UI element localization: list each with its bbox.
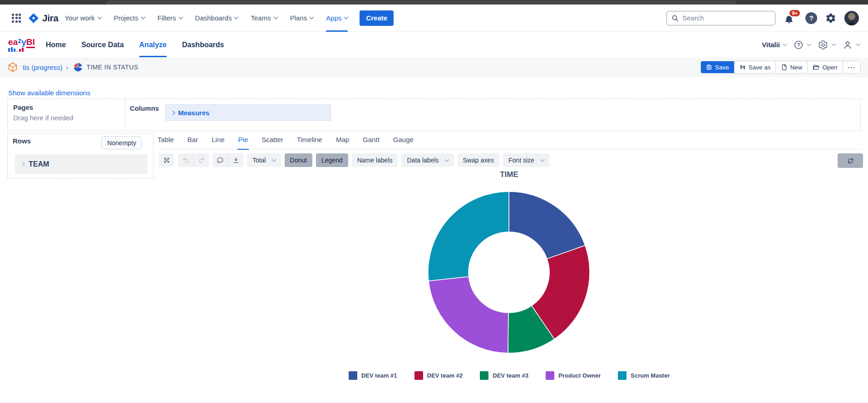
columns-drop-zone[interactable]: Columns Measures <box>125 99 860 131</box>
legend-item[interactable]: DEV team #1 <box>349 371 397 380</box>
pie-slice-4[interactable] <box>429 276 508 353</box>
refresh-button[interactable] <box>838 153 863 168</box>
ebi-nav-source-data[interactable]: Source Data <box>81 32 123 57</box>
chevron-down-icon <box>178 15 183 20</box>
chevron-down-icon <box>310 15 314 20</box>
tab-gantt[interactable]: Gantt <box>363 134 380 149</box>
notification-badge: 9+ <box>789 9 801 17</box>
notifications-button[interactable]: 9+ <box>784 11 797 25</box>
nav-plans[interactable]: Plans <box>290 5 314 32</box>
save-icon <box>706 64 712 70</box>
eazybi-nav-right: Vitalii ? <box>762 40 860 50</box>
comment-button[interactable] <box>212 153 228 167</box>
open-button[interactable]: Open <box>807 61 842 73</box>
ebi-nav-home[interactable]: Home <box>46 32 66 57</box>
font-size-dropdown[interactable]: Font size <box>503 153 549 167</box>
legend-label: DEV team #3 <box>493 372 528 379</box>
person-outline-icon <box>843 40 853 50</box>
tab-bar[interactable]: Bar <box>187 134 198 149</box>
eazybi-nav: eazyBI Home Source Data Analyze Dashboar… <box>0 32 868 57</box>
rows-drop-zone[interactable]: Rows Nonempty TEAM <box>7 133 153 179</box>
tab-scatter[interactable]: Scatter <box>261 134 283 149</box>
undo-button[interactable] <box>178 153 193 167</box>
legend-item[interactable]: Product Owner <box>546 371 601 380</box>
chevron-down-icon <box>832 42 836 46</box>
open-folder-icon <box>813 64 819 71</box>
legend-swatch <box>480 371 488 380</box>
tab-line[interactable]: Line <box>212 134 224 149</box>
eazybi-logo[interactable]: eazyBI <box>8 38 35 52</box>
expand-icon <box>163 157 170 164</box>
data-labels-dropdown[interactable]: Data labels <box>401 153 454 167</box>
breadcrumb-account-link[interactable]: tis (progress) <box>23 64 63 71</box>
app-switcher-button[interactable] <box>9 11 24 25</box>
report-toolbar: tis (progress) › TIME IN STATUS Save Sav… <box>0 57 868 77</box>
save-button[interactable]: Save <box>701 61 734 73</box>
question-mark-icon: ? <box>809 14 813 22</box>
comment-bubble-icon <box>217 157 224 164</box>
chevron-down-icon <box>856 42 861 46</box>
nav-apps[interactable]: Apps <box>326 5 348 32</box>
legend-label: Scrum Master <box>631 372 670 379</box>
nav-projects[interactable]: Projects <box>114 5 145 32</box>
tab-table[interactable]: Table <box>158 134 174 149</box>
search-input[interactable]: Search <box>666 11 775 25</box>
tab-timeline[interactable]: Timeline <box>297 134 322 149</box>
more-actions-button[interactable]: ··· <box>843 61 861 73</box>
donut-toggle[interactable]: Donut <box>285 153 312 167</box>
columns-label: Columns <box>130 104 159 112</box>
ebi-account-menu[interactable] <box>843 40 860 50</box>
measures-chip[interactable]: Measures <box>165 104 331 121</box>
nav-filters[interactable]: Filters <box>158 5 182 32</box>
gear-outline-icon <box>818 40 828 50</box>
settings-gear-icon[interactable] <box>825 13 836 24</box>
swap-axes-button[interactable]: Swap axes <box>458 153 499 167</box>
nav-teams[interactable]: Teams <box>251 5 277 32</box>
ebi-nav-dashboards[interactable]: Dashboards <box>182 32 224 57</box>
svg-text:?: ? <box>797 42 800 48</box>
nav-your-work[interactable]: Your work <box>64 5 101 32</box>
tab-gauge[interactable]: Gauge <box>393 134 414 149</box>
tab-map[interactable]: Map <box>336 134 349 149</box>
team-dimension-chip[interactable]: TEAM <box>15 154 148 174</box>
ebi-settings-menu[interactable] <box>818 40 835 50</box>
refresh-icon <box>847 157 854 165</box>
nav-dashboards[interactable]: Dashboards <box>195 5 238 32</box>
legend-item[interactable]: DEV team #2 <box>414 371 463 380</box>
create-button[interactable]: Create <box>360 10 394 26</box>
user-menu[interactable]: Vitalii <box>762 41 786 49</box>
search-icon <box>671 15 679 22</box>
save-as-icon <box>740 64 746 70</box>
pie-slice-5[interactable] <box>428 192 509 281</box>
nonempty-button[interactable]: Nonempty <box>101 136 142 149</box>
legend-item[interactable]: DEV team #3 <box>480 371 528 380</box>
chevron-down-icon <box>271 157 276 162</box>
help-button[interactable]: ? <box>805 12 817 24</box>
ebi-help-menu[interactable]: ? <box>794 40 811 50</box>
download-button[interactable] <box>228 153 243 167</box>
save-as-button[interactable]: Save as <box>734 61 776 73</box>
pages-columns-zone: Pages Drag here if needed Columns Measur… <box>7 98 861 131</box>
tab-pie[interactable]: Pie <box>238 134 248 149</box>
jira-logo[interactable]: Jira <box>28 13 58 24</box>
user-avatar[interactable] <box>844 11 859 25</box>
name-labels-toggle[interactable]: Name labels <box>352 153 398 167</box>
jira-logo-text: Jira <box>42 13 58 24</box>
expand-button[interactable] <box>159 153 174 167</box>
chevron-down-icon <box>783 42 787 46</box>
browser-chrome-strip <box>0 0 868 5</box>
total-dropdown[interactable]: Total <box>247 153 281 167</box>
download-icon <box>232 157 240 164</box>
pages-drop-zone[interactable]: Pages Drag here if needed <box>8 99 125 131</box>
redo-button[interactable] <box>193 153 209 167</box>
legend-item[interactable]: Scrum Master <box>618 371 670 380</box>
chevron-right-icon <box>171 110 175 115</box>
legend-swatch <box>618 371 626 380</box>
show-available-dimensions-link[interactable]: Show available dimensions <box>8 89 90 97</box>
view-tabs: Table Bar Line Pie Scatter Timeline Map … <box>158 134 861 149</box>
pie-slice-1[interactable] <box>509 192 585 259</box>
new-button[interactable]: New <box>775 61 807 73</box>
ebi-nav-analyze[interactable]: Analyze <box>139 32 167 57</box>
legend-swatch <box>349 371 357 380</box>
legend-toggle[interactable]: Legend <box>316 153 348 167</box>
